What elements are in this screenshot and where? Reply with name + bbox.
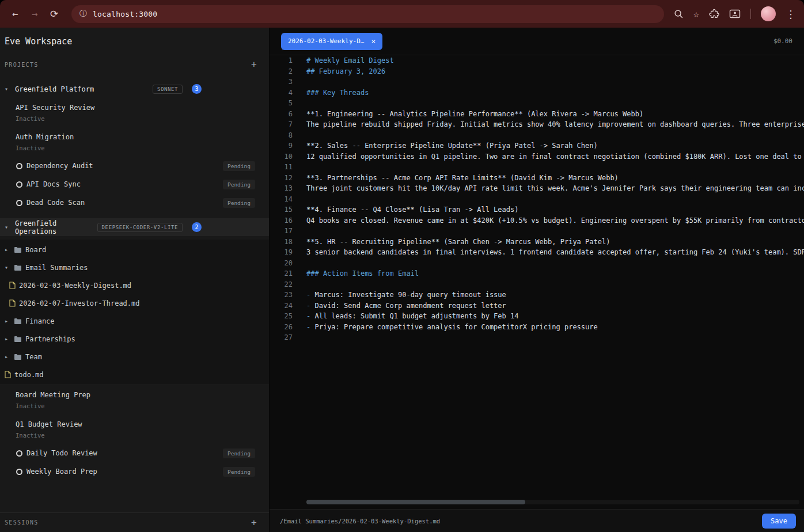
avatar[interactable] — [761, 6, 776, 21]
tree-item-label: 2026-02-03-Weekly-Digest.md — [19, 282, 131, 290]
task-status-circle-icon — [16, 163, 22, 169]
task-status-circle-icon — [16, 181, 22, 188]
code-editor[interactable]: 1# Weekly Email Digest2## February 3, 20… — [270, 55, 804, 509]
tree-item-file[interactable]: 2026-02-07-Investor-Thread.md — [0, 294, 269, 312]
tree-item-label: Team — [25, 353, 42, 361]
tab-bar: 2026-02-03-Weekly-D… × $0.00 — [270, 28, 804, 55]
line-number: 10 — [270, 151, 293, 162]
project-header[interactable]: ▾Greenfield PlatformSONNET3 — [0, 80, 269, 98]
line-number: 17 — [270, 226, 293, 237]
profile-panel-icon[interactable] — [729, 9, 741, 19]
horizontal-scrollbar[interactable] — [306, 500, 799, 504]
bookmark-star-icon[interactable]: ☆ — [693, 8, 699, 20]
task-item[interactable]: API Docs SyncPending — [0, 175, 269, 193]
search-icon[interactable] — [673, 9, 684, 19]
tree-item-folder[interactable]: ▸Board — [0, 241, 269, 259]
refresh-icon[interactable]: ⟳ — [46, 8, 62, 20]
line-number: 13 — [270, 183, 293, 194]
folder-icon — [14, 318, 22, 325]
tree-item-folder[interactable]: ▸Team — [0, 348, 269, 366]
agent-item[interactable]: Auth MigrationInactive — [0, 127, 269, 157]
back-icon[interactable]: ← — [7, 8, 23, 20]
line-number: 3 — [270, 77, 293, 88]
code-line: 18**5. HR -- Recruiting Pipeline** (Sara… — [270, 237, 804, 248]
projects-section-header: PROJECTS + — [0, 55, 269, 74]
browser-toolbar: ← → ⟳ ⓘ localhost:3000 ☆ ⋮ — [0, 0, 804, 28]
toolbar-divider — [750, 9, 751, 19]
task-label: Daily Todo Review — [26, 449, 223, 457]
line-number: 9 — [270, 140, 293, 151]
code-lines: 1# Weekly Email Digest2## February 3, 20… — [270, 55, 804, 343]
project-badges: DEEPSEEK-CODER-V2-LITE2 — [97, 222, 202, 232]
task-item[interactable]: Weekly Board PrepPending — [0, 462, 269, 481]
code-line: 8 — [270, 130, 804, 141]
add-project-button[interactable]: + — [251, 60, 257, 69]
code-text: **2. Sales -- Enterprise Pipeline Update… — [306, 140, 598, 151]
line-number: 19 — [270, 247, 293, 258]
tree-item-folder[interactable]: ▸Partnerships — [0, 330, 269, 348]
line-number: 2 — [270, 66, 293, 77]
line-number: 27 — [270, 332, 293, 343]
chevron-down-icon: ▾ — [5, 264, 10, 271]
line-number: 18 — [270, 237, 293, 248]
code-text: The pipeline rebuild shipped Friday. Ini… — [306, 119, 804, 130]
agent-title: Board Meeting Prep — [16, 391, 269, 399]
markdown-file-icon — [9, 282, 16, 289]
folder-icon — [14, 264, 22, 271]
scrollbar-thumb[interactable] — [306, 500, 525, 504]
task-item[interactable]: Dependency AuditPending — [0, 157, 269, 175]
list-dash: - — [306, 302, 310, 310]
save-button[interactable]: Save — [762, 514, 796, 529]
sessions-header-label: SESSIONS — [5, 519, 39, 526]
code-line: 22 — [270, 279, 804, 290]
extensions-puzzle-icon[interactable] — [709, 9, 719, 19]
code-line: 4### Key Threads — [270, 88, 804, 98]
line-number: 22 — [270, 279, 293, 290]
project-name: Greenfield Platform — [15, 85, 94, 93]
line-number: 24 — [270, 301, 293, 311]
task-status-badge: Pending — [223, 449, 255, 458]
code-text: ### Key Threads — [306, 88, 369, 98]
agent-title: Q1 Budget Review — [16, 420, 269, 428]
code-text: 12 qualified opportunities in Q1 pipelin… — [306, 151, 802, 162]
line-number: 14 — [270, 194, 293, 205]
tab-label: 2026-02-03-Weekly-D… — [288, 37, 364, 45]
code-text: **3. Partnerships -- Acme Corp API Rate … — [306, 173, 619, 184]
agent-item[interactable]: Board Meeting PrepInactive — [0, 385, 269, 415]
task-item[interactable]: Daily Todo ReviewPending — [0, 444, 269, 462]
projects-list: ▾Greenfield PlatformSONNET3API Security … — [0, 80, 269, 481]
tree-item-file[interactable]: 2026-02-03-Weekly-Digest.md — [0, 276, 269, 294]
line-number: 16 — [270, 215, 293, 226]
agent-item[interactable]: Q1 Budget ReviewInactive — [0, 415, 269, 444]
code-line: 17 — [270, 226, 804, 237]
session-cost: $0.00 — [773, 37, 792, 45]
editor-tab[interactable]: 2026-02-03-Weekly-D… × — [281, 33, 382, 50]
tree-item-label: Partnerships — [25, 335, 75, 343]
code-text: **5. HR -- Recruiting Pipeline** (Sarah … — [306, 237, 610, 248]
task-item[interactable]: Dead Code ScanPending — [0, 193, 269, 212]
tree-item-label: 2026-02-07-Investor-Thread.md — [19, 299, 140, 307]
tree-item-folder[interactable]: ▸Finance — [0, 312, 269, 330]
chevron-right-icon: ▸ — [5, 336, 10, 342]
site-info-icon[interactable]: ⓘ — [79, 9, 87, 19]
code-line: 3 — [270, 77, 804, 88]
menu-dots-icon[interactable]: ⋮ — [786, 8, 796, 20]
agent-item[interactable]: API Security ReviewInactive — [0, 98, 269, 127]
add-session-button[interactable]: + — [251, 518, 257, 527]
line-number: 7 — [270, 119, 293, 130]
project-header[interactable]: ▾Greenfield OperationsDEEPSEEK-CODER-V2-… — [0, 218, 269, 236]
task-label: API Docs Sync — [26, 180, 223, 188]
code-text: ## February 3, 2026 — [306, 66, 385, 77]
agent-status: Inactive — [16, 145, 269, 151]
tab-close-icon[interactable]: × — [371, 37, 376, 45]
forward-icon[interactable]: → — [26, 8, 43, 20]
tree-item-file[interactable]: todo.md — [0, 366, 269, 383]
line-number: 26 — [270, 322, 293, 333]
tree-item-folder[interactable]: ▾Email Summaries — [0, 259, 269, 276]
address-bar[interactable]: ⓘ localhost:3000 — [71, 5, 664, 23]
line-number: 5 — [270, 98, 293, 109]
model-badge: SONNET — [153, 85, 183, 94]
code-line: 26- Priya: Prepare competitive analysis … — [270, 322, 804, 333]
agent-status: Inactive — [16, 402, 269, 409]
list-dash: - — [306, 291, 310, 299]
